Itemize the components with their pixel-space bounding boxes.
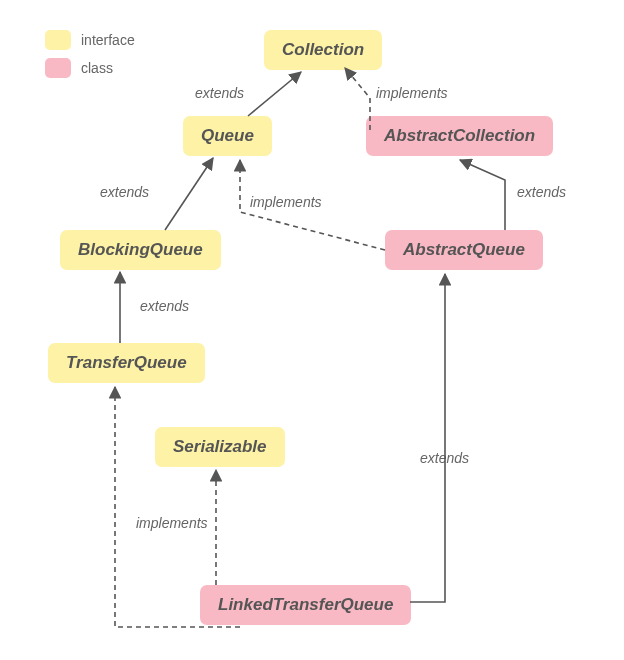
legend-interface-label: interface bbox=[81, 32, 135, 48]
node-blocking-queue: BlockingQueue bbox=[60, 230, 221, 270]
edge-label: extends bbox=[517, 184, 566, 200]
node-transfer-queue: TransferQueue bbox=[48, 343, 205, 383]
edge-label: extends bbox=[100, 184, 149, 200]
edge-label: implements bbox=[376, 85, 448, 101]
legend: interface class bbox=[45, 30, 135, 86]
node-label: Serializable bbox=[173, 437, 267, 456]
node-linked-transfer-queue: LinkedTransferQueue bbox=[200, 585, 411, 625]
legend-class: class bbox=[45, 58, 135, 78]
node-abstract-queue: AbstractQueue bbox=[385, 230, 543, 270]
node-collection: Collection bbox=[264, 30, 382, 70]
edge-label: extends bbox=[140, 298, 189, 314]
edges-layer bbox=[0, 0, 624, 660]
legend-class-label: class bbox=[81, 60, 113, 76]
node-label: BlockingQueue bbox=[78, 240, 203, 259]
node-label: AbstractQueue bbox=[403, 240, 525, 259]
node-serializable: Serializable bbox=[155, 427, 285, 467]
legend-interface: interface bbox=[45, 30, 135, 50]
square-icon bbox=[45, 58, 71, 78]
edge-label: implements bbox=[250, 194, 322, 210]
node-label: Collection bbox=[282, 40, 364, 59]
square-icon bbox=[45, 30, 71, 50]
edge-label: extends bbox=[420, 450, 469, 466]
node-label: AbstractCollection bbox=[384, 126, 535, 145]
node-label: TransferQueue bbox=[66, 353, 187, 372]
node-queue: Queue bbox=[183, 116, 272, 156]
node-abstract-collection: AbstractCollection bbox=[366, 116, 553, 156]
node-label: LinkedTransferQueue bbox=[218, 595, 393, 614]
edge-label: implements bbox=[136, 515, 208, 531]
node-label: Queue bbox=[201, 126, 254, 145]
edge-label: extends bbox=[195, 85, 244, 101]
